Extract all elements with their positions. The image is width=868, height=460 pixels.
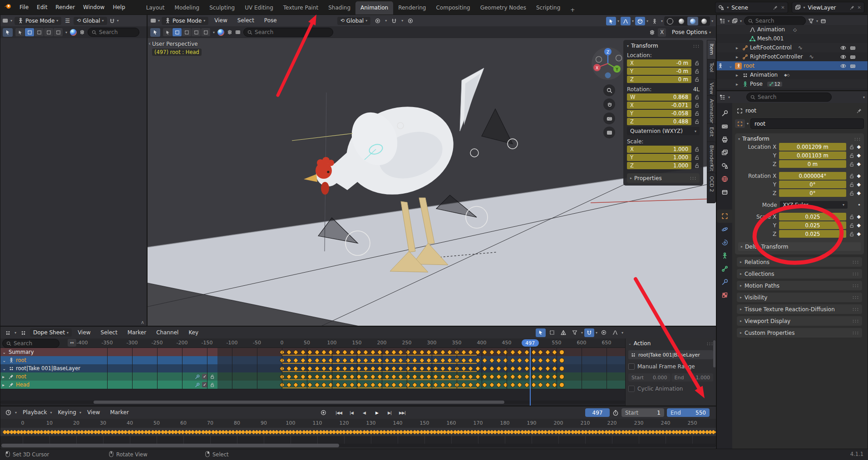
play-reverse-button[interactable]: ◀	[358, 408, 370, 417]
outliner-item-label[interactable]: root	[744, 63, 755, 69]
hide-viewport-eye-icon[interactable]	[840, 54, 846, 60]
lock-icon[interactable]	[694, 155, 700, 160]
pin-icon[interactable]	[773, 5, 778, 10]
select-mode-paint-button[interactable]	[54, 28, 63, 36]
viewport-menu-select[interactable]: Select	[233, 15, 258, 26]
show-errors-button[interactable]	[558, 328, 568, 337]
channel-label[interactable]: root|Take 001|BaseLayer	[16, 365, 80, 372]
outliner-display-mode-icon[interactable]	[720, 18, 725, 24]
start-value[interactable]: 1	[657, 410, 661, 416]
expand-icon[interactable]: ▸	[2, 382, 7, 387]
select-mode-caret[interactable]: ▾	[65, 30, 67, 34]
invert-filter-button[interactable]: ↔	[68, 339, 76, 347]
lock-icon[interactable]	[849, 231, 854, 237]
end-frame-field[interactable]: End550	[667, 408, 710, 417]
transform-field[interactable]: 0°	[779, 181, 846, 188]
timeline-editor-type-button[interactable]	[3, 408, 13, 417]
timeline-scrollbar[interactable]	[0, 444, 716, 447]
expand-icon[interactable]: ▸	[736, 54, 740, 59]
panel-collections[interactable]: ▸Collections	[737, 269, 862, 279]
outliner-item-label[interactable]: Animation	[750, 72, 778, 78]
snap-caret[interactable]: ▾	[401, 19, 403, 23]
outliner-item-label[interactable]: Pose	[750, 81, 763, 87]
select-mode-box-button[interactable]	[173, 28, 182, 36]
timeline-menu-playback[interactable]: Playback	[19, 407, 51, 418]
panel-custom-properties[interactable]: ▸Custom Properties	[737, 328, 862, 338]
collapsed-menus-icon[interactable]: ☰	[64, 18, 71, 24]
main-3d-viewport[interactable]: ▾Pose Mode▾ViewSelectPose⟲Global▾▾▾▾▾▾▾▾…	[147, 15, 716, 326]
n-scale-field-y[interactable]: Y1.000	[627, 154, 691, 161]
outliner-item-label[interactable]: LeftFootControl	[750, 44, 792, 51]
select-mode-tweak-button[interactable]	[163, 28, 172, 36]
timeline-menu-marker[interactable]: Marker	[106, 407, 133, 418]
workspace-tab-uv-editing[interactable]: UV Editing	[240, 1, 278, 15]
timeline-ruler[interactable]: 0102030405060708090100110120130140150160…	[0, 419, 716, 428]
keyframe-diamond-icon[interactable]: ◆	[857, 231, 861, 237]
dopesheet-menu-key[interactable]: Key	[184, 327, 202, 338]
topbar-menu-render[interactable]: Render	[51, 0, 79, 15]
select-mode-tweak-button[interactable]	[15, 28, 25, 36]
active-tool-button[interactable]	[3, 28, 13, 37]
viewport-search-input[interactable]: Search	[243, 28, 333, 37]
pivot-caret[interactable]: ▾	[385, 19, 387, 23]
dope-sheet[interactable]: ▾Dope Sheet▾ViewSelectMarkerChannelKey▾▾…	[0, 326, 716, 406]
zoom-button[interactable]	[603, 84, 615, 96]
lock-icon[interactable]	[694, 163, 700, 168]
transform-field[interactable]: 0°	[779, 189, 846, 197]
dopesheet-menu-marker[interactable]: Marker	[123, 327, 150, 338]
auto-keying-button[interactable]	[318, 408, 328, 417]
shading-solid-button[interactable]	[676, 17, 687, 25]
expand-icon[interactable]: ⌄	[2, 358, 7, 363]
action-name[interactable]: root|Take 001|BaseLayer	[638, 352, 700, 358]
filter-mode-caret[interactable]: ▾	[740, 19, 742, 23]
left-snap-caret[interactable]: ▾	[117, 19, 119, 23]
disable-render-camera-icon[interactable]	[850, 54, 856, 60]
falloff-sphere-icon[interactable]	[70, 29, 77, 36]
properties-tab-constraints[interactable]	[717, 236, 732, 249]
outliner-filter-icon[interactable]	[808, 18, 814, 24]
scene-selector-icon[interactable]	[718, 5, 724, 10]
workspace-tab-rendering[interactable]: Rendering	[393, 1, 431, 15]
properties-tab-bone[interactable]	[717, 262, 732, 275]
dopesheet-search-input[interactable]: Search	[2, 339, 59, 348]
cyclic-animation-row[interactable]: Cyclic Animation	[628, 386, 713, 392]
orientation-widget-icon[interactable]	[235, 29, 241, 35]
gizmo-toggle-button-caret[interactable]: ▾	[632, 19, 634, 23]
select-mode-box-button[interactable]	[25, 28, 34, 36]
expand-icon[interactable]: ⌄	[729, 64, 733, 69]
panel-tissue-texture-reaction-diffusion[interactable]: ▸Tissue Texture Reaction-Diffusion	[737, 304, 862, 314]
workspace-tab-layout[interactable]: Layout	[141, 1, 170, 15]
outliner-row[interactable]: ▸Pose12	[717, 79, 868, 88]
proportional-edit-button[interactable]	[405, 16, 415, 25]
keyframe-end-dot[interactable]	[560, 383, 564, 387]
lock-icon[interactable]	[210, 374, 215, 379]
current-frame-value[interactable]: 497	[592, 410, 603, 416]
n-rotation-field-y[interactable]: Y-0.058	[627, 110, 691, 117]
keyframe-diamond-icon[interactable]: ◆	[857, 161, 861, 167]
panel-visibility[interactable]: ▸Visibility	[737, 293, 862, 302]
viewport-falloff-icon[interactable]	[217, 29, 224, 36]
properties-tab-data[interactable]	[717, 249, 732, 262]
topbar-menu-window[interactable]: Window	[79, 0, 108, 15]
keyframe-end-dot[interactable]	[560, 367, 564, 371]
snap-toggle-button[interactable]	[389, 16, 399, 25]
dopesheet-editor-type-button[interactable]	[3, 328, 13, 337]
keyframe-diamond-icon[interactable]: ◆	[857, 222, 861, 228]
properties-tab-texture[interactable]	[717, 289, 732, 302]
lock-icon[interactable]	[694, 94, 700, 100]
xray-toggle-button[interactable]	[650, 17, 660, 25]
cyclic-checkbox[interactable]	[628, 386, 635, 392]
viewport-canvas[interactable]: User Perspective(497) root : Head‹ZYX▾Tr…	[148, 38, 716, 326]
expand-icon[interactable]: ▸	[736, 45, 740, 50]
n-rotation-field-w[interactable]: W0.868	[627, 93, 691, 101]
lock-icon[interactable]	[849, 191, 854, 196]
channel-label[interactable]: Summary	[9, 349, 34, 355]
lock-icon[interactable]	[694, 77, 700, 82]
selection-box-button[interactable]	[547, 328, 557, 337]
properties-tab-world[interactable]	[717, 172, 732, 186]
properties-tab-viewlayer[interactable]	[717, 146, 732, 159]
workspace-tab-scripting[interactable]: Scripting	[531, 1, 565, 15]
stopwatch-icon[interactable]	[612, 410, 619, 416]
viewlayer-selector-caret[interactable]: ▾	[804, 5, 805, 10]
lock-icon[interactable]	[694, 147, 700, 152]
